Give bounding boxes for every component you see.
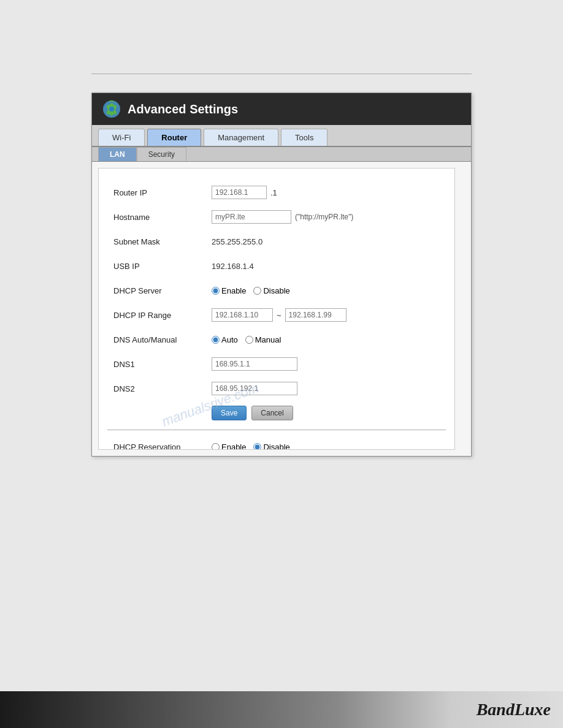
- dns-manual-option[interactable]: Manual: [245, 335, 282, 344]
- dhcp-server-options: Enable Disable: [212, 286, 440, 295]
- hostname-label: Hostname: [113, 213, 212, 222]
- scroll-container: Router IP .1 Hostname ("http://myPR: [98, 168, 455, 450]
- dhcp-enable-label: Enable: [221, 286, 246, 295]
- dhcp-server-row: DHCP Server Enable Disable: [113, 282, 440, 298]
- tab-tools[interactable]: Tools: [281, 129, 327, 146]
- dhcp-ip-range-row: DHCP IP Range ~: [113, 307, 440, 323]
- tab-management[interactable]: Management: [204, 129, 278, 146]
- dhcp-range-end-input[interactable]: [285, 308, 347, 322]
- subtab-lan[interactable]: LAN: [98, 147, 137, 161]
- dhcp-reservation-options: Enable Disable: [212, 442, 440, 450]
- dns1-row: DNS1: [113, 356, 440, 372]
- router-ip-row: Router IP .1: [113, 184, 440, 200]
- save-cancel-row: Save Cancel: [113, 405, 440, 421]
- dhcp-enable-option[interactable]: Enable: [212, 286, 246, 295]
- hostname-value: ("http://myPR.lte"): [212, 210, 440, 224]
- main-panel: Advanced Settings Wi-Fi Router Managemen…: [91, 93, 472, 457]
- brand-logo: BandLuxe: [477, 700, 551, 719]
- usb-ip-label: USB IP: [113, 262, 212, 271]
- dns-auto-manual-row: DNS Auto/Manual Auto Manual: [113, 332, 440, 347]
- subnet-mask-label: Subnet Mask: [113, 237, 212, 246]
- dns-manual-label: Manual: [255, 335, 282, 344]
- tab-router[interactable]: Router: [147, 129, 201, 146]
- save-button[interactable]: Save: [212, 406, 247, 420]
- dns-manual-radio[interactable]: [245, 336, 253, 344]
- dns2-label: DNS2: [113, 384, 212, 393]
- section-divider: [107, 430, 446, 430]
- form-section: Router IP .1 Hostname ("http://myPR: [107, 177, 446, 421]
- dhcp-disable-radio[interactable]: [253, 287, 261, 295]
- tab-row: Wi-Fi Router Management Tools: [92, 125, 471, 147]
- header-title: Advanced Settings: [128, 102, 238, 116]
- cancel-button[interactable]: Cancel: [251, 406, 293, 420]
- dhcp-ip-range-label: DHCP IP Range: [113, 311, 212, 320]
- subtab-row: LAN Security: [92, 147, 471, 162]
- dns-auto-manual-label: DNS Auto/Manual: [113, 335, 212, 344]
- dns-auto-option[interactable]: Auto: [212, 335, 238, 344]
- content-area: Router IP .1 Hostname ("http://myPR: [92, 162, 471, 456]
- subnet-mask-row: Subnet Mask 255.255.255.0: [113, 233, 440, 249]
- dhcp-disable-option[interactable]: Disable: [253, 286, 289, 295]
- settings-icon: [102, 99, 121, 119]
- dhcp-reservation-section: DHCP Reservation Enable Disable: [107, 439, 446, 450]
- svg-point-1: [109, 107, 114, 112]
- dns2-row: DNS2: [113, 381, 440, 396]
- dhcp-reservation-label: DHCP Reservation: [113, 442, 212, 450]
- dhcp-reservation-enable-label: Enable: [221, 442, 246, 450]
- dhcp-reservation-row: DHCP Reservation Enable Disable: [113, 439, 440, 450]
- router-ip-value: .1: [212, 186, 440, 199]
- dhcp-range-start-input[interactable]: [212, 308, 273, 322]
- dhcp-enable-radio[interactable]: [212, 287, 220, 295]
- router-ip-input[interactable]: [212, 186, 267, 199]
- brand-band: Band: [477, 700, 515, 719]
- tab-wifi[interactable]: Wi-Fi: [98, 129, 145, 146]
- hostname-input[interactable]: [212, 210, 291, 224]
- dhcp-reservation-disable-option[interactable]: Disable: [253, 442, 289, 450]
- dhcp-server-label: DHCP Server: [113, 286, 212, 295]
- top-divider: [91, 74, 472, 74]
- usb-ip-row: USB IP 192.168.1.4: [113, 258, 440, 274]
- header-bar: Advanced Settings: [92, 93, 471, 125]
- dns1-value: [212, 357, 440, 371]
- dns1-input[interactable]: [212, 357, 297, 371]
- dns-auto-radio[interactable]: [212, 336, 220, 344]
- subnet-mask-text: 255.255.255.0: [212, 237, 262, 246]
- dhcp-reservation-disable-label: Disable: [263, 442, 289, 450]
- dhcp-range-tilde: ~: [277, 311, 282, 320]
- hostname-hint: ("http://myPR.lte"): [295, 213, 353, 221]
- subtab-security[interactable]: Security: [137, 147, 186, 161]
- dhcp-reservation-enable-option[interactable]: Enable: [212, 442, 246, 450]
- subnet-mask-value: 255.255.255.0: [212, 237, 440, 246]
- dns1-label: DNS1: [113, 360, 212, 369]
- dhcp-ip-range-value: ~: [212, 308, 440, 322]
- save-cancel-buttons: Save Cancel: [212, 406, 440, 420]
- dns-auto-label: Auto: [221, 335, 238, 344]
- dns2-value: [212, 382, 440, 395]
- dhcp-disable-label: Disable: [263, 286, 289, 295]
- page-footer: BandLuxe: [0, 691, 563, 728]
- usb-ip-text: 192.168.1.4: [212, 262, 254, 271]
- dhcp-reservation-enable-radio[interactable]: [212, 443, 220, 450]
- router-ip-suffix: .1: [270, 188, 277, 197]
- brand-luxe: Luxe: [515, 700, 551, 719]
- dns-auto-manual-options: Auto Manual: [212, 335, 440, 344]
- usb-ip-value: 192.168.1.4: [212, 262, 440, 271]
- hostname-row: Hostname ("http://myPR.lte"): [113, 209, 440, 225]
- router-ip-label: Router IP: [113, 188, 212, 197]
- dhcp-reservation-disable-radio[interactable]: [253, 443, 261, 450]
- dns2-input[interactable]: [212, 382, 297, 395]
